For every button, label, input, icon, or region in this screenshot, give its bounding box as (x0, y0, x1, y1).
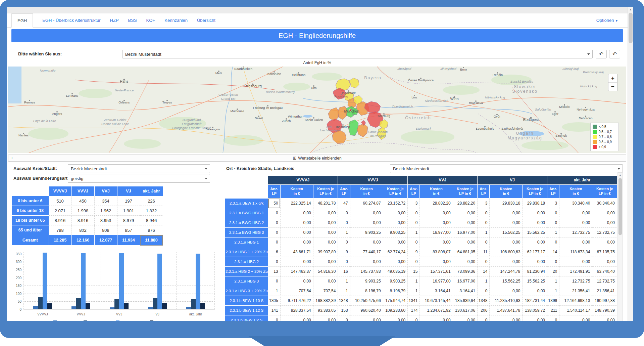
kreis-select[interactable]: Bezirk Musterstadt (68, 164, 210, 173)
cost-table-cell[interactable]: 1.437.641,78 (490, 306, 523, 315)
cost-table-cell[interactable]: 15.562,25 (490, 228, 523, 237)
cost-table-cell[interactable]: 0,00 (453, 315, 478, 321)
cost-table-group-header[interactable]: akt. Jahr (547, 176, 617, 185)
cost-table-cell[interactable]: 9 (408, 247, 420, 257)
zoom-out-button[interactable]: − (608, 83, 617, 91)
age-table-cell[interactable]: 354 (94, 196, 117, 206)
cost-table-cell[interactable]: 0 (268, 228, 280, 237)
cost-table-cell[interactable]: 13 (268, 267, 280, 276)
cost-table-sub-header[interactable]: Kosten in € (350, 185, 383, 199)
cost-table-cell[interactable]: 1 (338, 286, 350, 296)
cost-table-cell[interactable]: 185.939,64 (453, 296, 478, 306)
cost-table-cell[interactable]: 28.882,20 (453, 199, 478, 208)
cost-table-cell[interactable]: 62.177,17 (523, 247, 547, 257)
cost-table-cell[interactable]: 1348 (338, 296, 350, 306)
cost-table-sub-header[interactable]: Anz. LP (338, 185, 350, 199)
cost-table-cell[interactable]: 16.977,00 (420, 276, 453, 286)
cost-table-cell[interactable]: 153 (338, 306, 350, 315)
page-scrollbar[interactable]: ▲ (628, 7, 633, 321)
cost-table-cell[interactable]: 0 (338, 315, 350, 321)
cost-table-cell[interactable]: 1 (408, 228, 420, 237)
cost-table-cell[interactable]: 0,00 (313, 208, 338, 218)
cost-table-cell[interactable]: 1 (408, 276, 420, 286)
map-canvas[interactable]: NormandieParisÎle-de-FranceLe MansRennes… (8, 67, 626, 153)
cost-table-cell[interactable]: 0 (268, 208, 280, 218)
cost-table-sub-header[interactable]: Kosten in € (490, 185, 523, 199)
cost-table-cell[interactable]: 1305 (268, 296, 280, 306)
age-table-cell[interactable]: 510 (49, 196, 71, 206)
cost-table-cell[interactable]: 0 (268, 237, 280, 247)
cost-table-cell[interactable]: 0 (478, 218, 490, 228)
cost-table-cell[interactable]: 0,00 (592, 218, 617, 228)
cost-table-sub-header[interactable]: Anz. LP (268, 185, 280, 199)
cost-table-cell[interactable]: 0,00 (383, 237, 408, 247)
cost-table-cell[interactable]: 175.944,74 (383, 296, 408, 306)
cost-table-cell[interactable]: 0,00 (420, 218, 453, 228)
options-menu[interactable]: Optionen ▼ (596, 18, 618, 23)
cost-table-cell[interactable]: 9 (338, 247, 350, 257)
cost-table-cell[interactable]: 0,00 (490, 257, 523, 267)
cost-table-cell[interactable]: 0,00 (523, 257, 547, 267)
cost-table-cell[interactable]: 3 (478, 199, 490, 208)
cost-table-cell[interactable]: 9.903,25 (350, 228, 383, 237)
cost-table-row-header[interactable]: 2.3.1.b BEW 1:12 S (225, 306, 268, 315)
cost-table-cell[interactable]: 77.440,17 (350, 247, 383, 257)
cost-table-cell[interactable]: 9.711.476,22 (280, 296, 313, 306)
cost-table-cell[interactable]: 0,00 (280, 315, 313, 321)
cost-table-cell[interactable]: 960.620,40 (350, 306, 383, 315)
cost-table-cell[interactable]: 0,00 (523, 208, 547, 218)
cost-table-cell[interactable]: 0 (408, 208, 420, 218)
cost-table-cell[interactable]: 211 (547, 306, 559, 315)
plus-icon[interactable]: + (11, 155, 13, 161)
cost-table-cell[interactable]: 141 (268, 306, 280, 315)
cost-table-cell[interactable]: 15.562,25 (523, 228, 547, 237)
cost-table-row-header[interactable]: 2.3.1.b BEW 1:2 S (225, 315, 268, 321)
cost-table-row-header[interactable]: 2.3.1.a BWG HBG 1 (225, 208, 268, 218)
cost-table-sub-header[interactable]: Anz. LP (478, 185, 490, 199)
cost-table-cell[interactable]: 0,00 (313, 228, 338, 237)
cost-table-cell[interactable]: 6 (268, 247, 280, 257)
cost-table-cell[interactable]: 0,00 (420, 315, 453, 321)
cost-table-cell[interactable]: 0,00 (350, 257, 383, 267)
age-table-cell[interactable]: 857 (117, 225, 140, 235)
cost-table-cell[interactable]: 1 (478, 276, 490, 286)
cost-table-cell[interactable]: 0 (408, 257, 420, 267)
age-table-cell[interactable]: 788 (49, 225, 71, 235)
cost-table-cell[interactable]: 12.164.698,13 (559, 296, 592, 306)
cost-table-cell[interactable]: 0,00 (592, 315, 617, 321)
age-table-col-header[interactable]: akt. Jahr (140, 186, 163, 196)
cost-table-cell[interactable]: 54.816,30 (313, 267, 338, 276)
cost-table-row-header[interactable]: 2.3.1.a BWG HBG 3 (225, 228, 268, 237)
cost-table-cell[interactable]: 81.230,94 (523, 267, 547, 276)
age-table-total-cell[interactable]: 12.077 (94, 235, 117, 246)
cost-table-cell[interactable]: 0 (478, 286, 490, 296)
age-table-cell[interactable]: 226 (140, 196, 163, 206)
cost-table-sub-header[interactable]: Anz. LP (408, 185, 420, 199)
age-table-cell[interactable]: 450 (71, 196, 94, 206)
cost-table-cell[interactable]: 109.233,60 (383, 306, 408, 315)
cost-table-cell[interactable]: 0 (408, 237, 420, 247)
cost-table-cell[interactable]: 0,00 (280, 276, 313, 286)
cost-table-cell[interactable]: 0,00 (313, 218, 338, 228)
cost-table-cell[interactable]: 8.196,79 (383, 286, 408, 296)
behinderungsart-select[interactable]: geistig (68, 174, 210, 183)
cost-table-cell[interactable]: 12.732,75 (559, 228, 592, 237)
cost-table-cell[interactable]: 0,00 (420, 257, 453, 267)
cost-table-cell[interactable]: 147.463,37 (280, 267, 313, 276)
cost-table-cell[interactable]: 0,00 (490, 237, 523, 247)
age-table-cell[interactable]: 1.832 (140, 206, 163, 216)
cost-table-cell[interactable]: 0 (338, 218, 350, 228)
cost-table-cell[interactable]: 20 (547, 267, 559, 276)
cost-table-cell[interactable]: 0 (547, 257, 559, 267)
cost-table-cell[interactable]: 16.977,00 (453, 276, 478, 286)
cost-table-sub-header[interactable]: Kosten je LP in € (523, 185, 547, 199)
cost-table-cell[interactable]: 0,00 (559, 208, 592, 218)
cost-table-cell[interactable]: 0,00 (383, 315, 408, 321)
cost-table-cell[interactable]: 3.164,41 (420, 286, 453, 296)
cost-table-cell[interactable]: 16.977,00 (420, 228, 453, 237)
cost-table-cell[interactable]: 12.732,75 (592, 276, 617, 286)
cost-table-cell[interactable]: 707,54 (280, 286, 313, 296)
cost-table-sub-header[interactable]: Kosten je LP in € (453, 185, 478, 199)
cost-table-sub-header[interactable]: Kosten in € (280, 185, 313, 199)
cost-table-cell[interactable]: 0,00 (523, 286, 547, 296)
